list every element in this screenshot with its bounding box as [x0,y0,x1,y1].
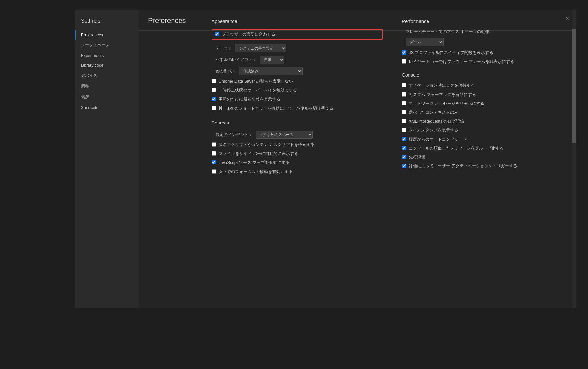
console-selected-context-row: 選択したコンテキストのみ [402,110,567,115]
appearance-pause-overlay-row: 一時停止状態のオーバーレイを無効にする [212,87,383,93]
theme-label: テーマ： [215,45,232,51]
mouse-wheel-select[interactable]: ズーム [406,38,444,46]
sources-section-title: Sources [212,120,383,125]
sources-auto-reveal-row: ファイルをサイド バーに自動的に表示する [212,151,383,157]
console-autocomplete-label: 履歴からのオートコンプリート [409,137,467,142]
appearance-show-updates-label: 更新のたびに新着情報を表示する [219,97,280,102]
console-selected-context-label: 選択したコンテキストのみ [409,110,458,115]
perf-native-functions-row: JS プロファイルにネイティブ関数を表示する [402,50,567,56]
appearance-cmd-switch-checkbox[interactable] [212,106,216,110]
appearance-pause-overlay-checkbox[interactable] [212,88,216,92]
console-group-similar-row: コンソールの類似したメッセージをグループ化する [402,145,567,151]
console-hide-network-checkbox[interactable] [402,101,406,105]
sidebar-item-preferences[interactable]: Preferences [75,30,139,40]
console-preserve-log-label: ナビゲーション時にログを保持する [409,83,475,88]
default-indent-row: 既定のインデント： 4 文字分のスペース [212,131,383,139]
color-format-select[interactable]: 作成済み [239,67,303,75]
panel-layout-row: パネルのレイアウト： 自動 [212,56,383,64]
settings-title: Settings [75,13,139,30]
sidebar-item-workspace[interactable]: ワークスペース [75,40,139,50]
color-format-row: 色の形式： 作成済み [212,67,383,75]
console-eager-eval-row: 先行評価 [402,154,567,160]
console-section-title: Console [402,72,567,77]
sources-search-scripts-label: 匿名スクリプトやコンテンツ スクリプトを検索する [219,142,315,148]
console-timestamps-row: タイムスタンプを表示する [402,127,567,133]
appearance-pause-overlay-label: 一時停止状態のオーバーレイを無効にする [219,87,297,93]
console-autocomplete-checkbox[interactable] [402,137,406,141]
performance-section-title: Performance [402,18,567,24]
console-preserve-log-row: ナビゲーション時にログを保持する [402,83,567,88]
perf-hide-browser-frames-checkbox[interactable] [402,59,406,64]
panel-layout-select[interactable]: 自動 [260,56,284,64]
sources-tab-focus-label: タブでのフォーカスの移動を有効にする [219,169,293,175]
appearance-show-updates-checkbox[interactable] [212,97,216,101]
console-custom-formatter-row: カスタム フォーマッタを有効にする [402,92,567,97]
appearance-chrome-data-saver-label: Chrome Data Saver の警告を表示しない [219,78,293,84]
appearance-section-title: Appearance [212,18,383,24]
perf-native-functions-label: JS プロファイルにネイティブ関数を表示する [409,50,493,56]
console-user-activation-row: 評価によってユーザー アクティベーションをトリガーする [402,163,567,169]
default-indent-select[interactable]: 4 文字分のスペース [256,131,313,139]
sidebar-item-adjust[interactable]: 調整 [75,81,139,92]
console-timestamps-label: タイムスタンプを表示する [409,127,458,133]
mouse-wheel-row: フレームチャートでのマウス ホイールの動作: [402,29,567,35]
sources-js-source-maps-label: JavaScript ソース マップを有効にする [219,160,290,165]
console-timestamps-checkbox[interactable] [402,128,406,132]
theme-select[interactable]: システムの基本設定 [235,44,286,52]
sources-search-scripts-checkbox[interactable] [212,142,216,147]
sources-js-source-maps-checkbox[interactable] [212,160,216,164]
panel-layout-label: パネルのレイアウト： [215,57,257,63]
language-match-row: ブラウザーの言語に合わせる [212,29,383,40]
mouse-wheel-label: フレームチャートでのマウス ホイールの動作: [406,29,490,35]
console-custom-formatter-checkbox[interactable] [402,92,406,97]
sources-tab-focus-checkbox[interactable] [212,169,216,174]
console-group-similar-label: コンソールの類似したメッセージをグループ化する [409,145,504,151]
sources-js-source-maps-row: JavaScript ソース マップを有効にする [212,160,383,165]
console-xmlhttp-log-row: XMLHttpRequests のログ記録 [402,118,567,124]
console-hide-network-label: ネットワーク メッセージを非表示にする [409,101,484,106]
console-user-activation-label: 評価によってユーザー アクティベーションをトリガーする [409,163,517,169]
appearance-chrome-data-saver-row: Chrome Data Saver の警告を表示しない [212,78,383,84]
perf-hide-browser-frames-label: レイヤー ビューではブラウザー フレームを非表示にする [409,59,514,64]
console-autocomplete-row: 履歴からのオートコンプリート [402,137,567,142]
sidebar-item-shortcuts[interactable]: Shortcuts [75,103,139,112]
console-user-activation-checkbox[interactable] [402,164,406,168]
appearance-show-updates-row: 更新のたびに新着情報を表示する [212,97,383,102]
sidebar-item-location[interactable]: 場所 [75,92,139,103]
appearance-cmd-switch-row: ⌘ + 1-9 のショートカットを有効にして、パネルを切り替える [212,105,383,111]
console-eager-eval-label: 先行評価 [409,154,425,160]
appearance-chrome-data-saver-checkbox[interactable] [212,79,216,83]
color-format-label: 色の形式： [215,68,236,74]
console-preserve-log-checkbox[interactable] [402,83,406,87]
console-group-similar-checkbox[interactable] [402,146,406,150]
console-xmlhttp-log-checkbox[interactable] [402,119,406,123]
sidebar-item-library-code[interactable]: Library code [75,60,139,70]
sources-search-scripts-row: 匿名スクリプトやコンテンツ スクリプトを検索する [212,142,383,148]
console-selected-context-checkbox[interactable] [402,110,406,114]
perf-hide-browser-frames-row: レイヤー ビューではブラウザー フレームを非表示にする [402,59,567,64]
sources-tab-focus-row: タブでのフォーカスの移動を有効にする [212,169,383,175]
language-match-checkbox[interactable] [215,32,219,36]
sources-auto-reveal-label: ファイルをサイド バーに自動的に表示する [219,151,298,157]
perf-native-functions-checkbox[interactable] [402,50,406,55]
default-indent-label: 既定のインデント： [215,132,252,138]
console-xmlhttp-log-label: XMLHttpRequests のログ記録 [409,118,464,124]
sidebar-item-experiments[interactable]: Experiments [75,50,139,60]
console-custom-formatter-label: カスタム フォーマッタを有効にする [409,92,476,97]
appearance-cmd-switch-label: ⌘ + 1-9 のショートカットを有効にして、パネルを切り替える [219,105,333,111]
sources-auto-reveal-checkbox[interactable] [212,151,216,156]
console-hide-network-row: ネットワーク メッセージを非表示にする [402,101,567,106]
sidebar-item-device[interactable]: デバイス [75,70,139,81]
theme-row: テーマ： システムの基本設定 [212,44,383,52]
console-eager-eval-checkbox[interactable] [402,155,406,159]
language-match-label: ブラウザーの言語に合わせる [222,31,275,37]
